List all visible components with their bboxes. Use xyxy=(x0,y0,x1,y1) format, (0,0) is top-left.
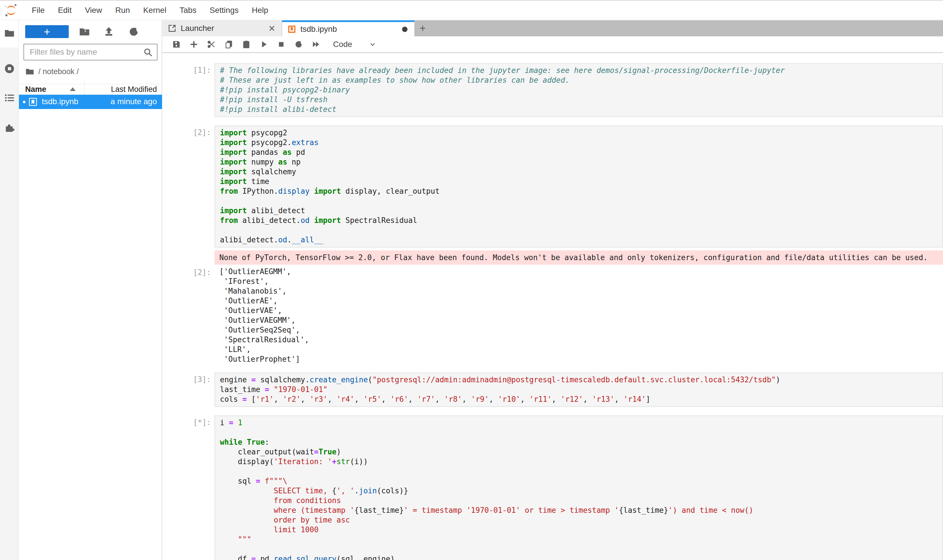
menu-tabs[interactable]: Tabs xyxy=(173,1,203,20)
stop-icon[interactable] xyxy=(276,40,286,49)
refresh-icon[interactable] xyxy=(128,26,139,37)
extensions-puzzle-icon[interactable] xyxy=(4,122,15,133)
column-name[interactable]: Name xyxy=(25,85,46,94)
code-line: clear_output(wait=True) xyxy=(220,447,942,457)
cell-editor[interactable]: # The following libraries have already b… xyxy=(215,63,943,117)
code-line xyxy=(220,428,942,437)
notebook-cell[interactable]: [1]:# The following libraries have alrea… xyxy=(162,63,943,117)
breadcrumb[interactable]: / notebook / xyxy=(25,66,79,77)
insert-cell-icon[interactable] xyxy=(189,40,198,49)
tab-bar: Launcher ✕ tsdb.ipynb + xyxy=(162,20,943,36)
notebook-cell[interactable]: [3]:engine = sqlalchemy.create_engine("p… xyxy=(162,372,943,407)
unsaved-dot-icon xyxy=(23,101,25,103)
code-line: where (timestamp '{last_time}' = timesta… xyxy=(220,505,942,515)
activity-bar xyxy=(0,20,19,560)
code-line: 'Mahalanobis', xyxy=(219,286,943,296)
code-line: 'OutlierVAEGMM', xyxy=(219,315,943,325)
code-line: alibi_detect.od.__all__ xyxy=(220,235,942,245)
code-line: i = 1 xyxy=(220,418,942,428)
file-browser-icon[interactable] xyxy=(4,28,15,38)
chevron-down-icon[interactable] xyxy=(369,41,376,48)
code-line: import time xyxy=(220,177,942,186)
code-line: import sqlalchemy xyxy=(220,167,942,177)
code-line: import alibi_detect xyxy=(220,206,942,215)
close-tab-icon[interactable]: ✕ xyxy=(267,23,276,34)
cut-icon[interactable] xyxy=(207,40,216,49)
notebook-toolbar: Code xyxy=(162,36,943,53)
code-line: order by time asc xyxy=(220,515,942,525)
new-launcher-button[interactable]: + xyxy=(25,25,69,38)
code-line: df = pd.read_sql_query(sql, engine) xyxy=(220,554,942,560)
menu-help[interactable]: Help xyxy=(245,1,275,20)
menu-file[interactable]: File xyxy=(25,1,51,20)
run-icon[interactable] xyxy=(259,40,269,49)
code-line: 'OutlierVAE', xyxy=(219,306,943,315)
unsaved-changes-dot-icon[interactable] xyxy=(402,27,407,32)
notebook-cell[interactable]: [2]:import psycopg2import psycopg2.extra… xyxy=(162,126,943,364)
code-line: import numpy as np xyxy=(220,157,942,167)
execute-result-output: ['OutlierAEGMM', 'IForest', 'Mahalanobis… xyxy=(215,266,943,364)
launcher-icon xyxy=(168,24,177,33)
plus-icon: + xyxy=(44,26,50,37)
paste-icon[interactable] xyxy=(242,40,251,49)
file-list-header: Name Last Modified xyxy=(19,84,162,94)
code-line: ['OutlierAEGMM', xyxy=(219,267,943,277)
menu-view[interactable]: View xyxy=(78,1,108,20)
save-icon[interactable] xyxy=(172,40,181,49)
code-line: import psycopg2 xyxy=(220,128,942,138)
cell-editor[interactable]: engine = sqlalchemy.create_engine("postg… xyxy=(215,372,943,407)
code-line xyxy=(220,544,942,554)
output-prompt: [2]: xyxy=(162,266,215,364)
code-line: """ xyxy=(220,535,942,544)
code-line: 'LLR', xyxy=(219,345,943,354)
run-all-icon[interactable] xyxy=(312,40,321,49)
restart-kernel-icon[interactable] xyxy=(294,40,303,49)
column-last-modified[interactable]: Last Modified xyxy=(111,85,157,94)
code-line: 'OutlierProphet'] xyxy=(219,354,943,364)
input-prompt: [3]: xyxy=(162,372,215,407)
cell-type-select[interactable]: Code xyxy=(333,40,352,49)
code-line: 'IForest', xyxy=(219,277,943,286)
tab-label: Launcher xyxy=(181,24,267,33)
file-browser-panel: + / notebook / Name Last Modified tsdb.i… xyxy=(19,20,162,560)
new-tab-button[interactable]: + xyxy=(414,20,431,36)
tab-tsdb-notebook[interactable]: tsdb.ipynb xyxy=(282,20,414,36)
home-folder-icon[interactable] xyxy=(25,67,34,76)
menu-settings[interactable]: Settings xyxy=(203,1,245,20)
main-dock-panel: Launcher ✕ tsdb.ipynb + xyxy=(162,20,943,560)
code-line: # The following libraries have already b… xyxy=(220,66,942,75)
code-line: #!pip install psycopg2-binary xyxy=(220,85,942,95)
column-divider xyxy=(84,81,85,94)
menu-edit[interactable]: Edit xyxy=(51,1,78,20)
code-line: 'OutlierAE', xyxy=(219,296,943,306)
breadcrumb-path[interactable]: / notebook / xyxy=(39,67,79,76)
copy-icon[interactable] xyxy=(224,40,233,49)
code-line xyxy=(220,196,942,206)
cell-editor[interactable]: i = 1while True: clear_output(wait=True)… xyxy=(215,415,943,560)
code-line: engine = sqlalchemy.create_engine("postg… xyxy=(220,375,942,385)
sort-ascending-icon[interactable] xyxy=(70,87,76,91)
running-kernels-icon[interactable] xyxy=(4,63,15,74)
tab-launcher[interactable]: Launcher ✕ xyxy=(162,20,282,36)
menu-run[interactable]: Run xyxy=(109,1,137,20)
menu-kernel[interactable]: Kernel xyxy=(137,1,173,20)
notebook-cell[interactable]: [*]:i = 1while True: clear_output(wait=T… xyxy=(162,415,943,560)
input-prompt: [*]: xyxy=(162,415,215,560)
filter-files-input[interactable] xyxy=(30,45,139,59)
new-folder-icon[interactable] xyxy=(79,26,90,37)
code-line: #!pip install -U tsfresh xyxy=(220,95,942,105)
code-line: # These are just left in as examples to … xyxy=(220,75,942,85)
code-line: 'OutlierSeq2Seq', xyxy=(219,325,943,335)
code-line: from alibi_detect.od import SpectralResi… xyxy=(220,215,942,225)
notebook-file-icon xyxy=(28,97,38,107)
file-row-selected[interactable]: tsdb.ipynb a minute ago xyxy=(19,95,162,109)
code-line: last_time = "1970-01-01" xyxy=(220,385,942,394)
notebook-icon xyxy=(287,25,296,34)
file-modified: a minute ago xyxy=(111,97,157,106)
upload-icon[interactable] xyxy=(103,26,114,37)
cell-editor[interactable]: import psycopg2import psycopg2.extrasimp… xyxy=(215,126,943,248)
jupyter-logo-icon xyxy=(5,4,18,17)
table-of-contents-icon[interactable] xyxy=(4,92,15,103)
code-line: while True: xyxy=(220,437,942,447)
code-line: from IPython.display import display, cle… xyxy=(220,186,942,196)
